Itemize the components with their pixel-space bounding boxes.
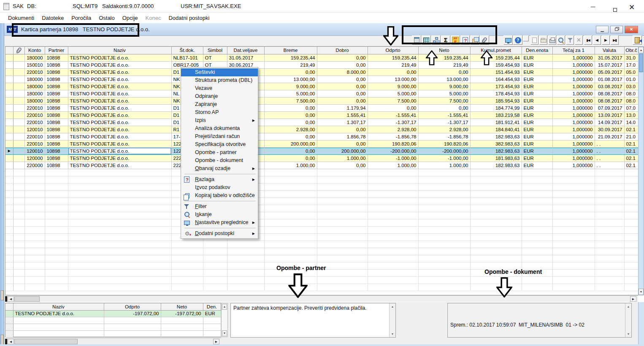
cell-obr[interactable]: 21.0 [624,133,638,140]
scroll-down-icon[interactable]: ▼ [390,331,395,337]
empty-cell[interactable] [552,284,595,291]
empty-cell[interactable] [522,284,552,291]
empty-cell[interactable] [171,255,203,262]
cell-odprto[interactable]: 0,00 [368,68,418,76]
cell-dat[interactable]: 31.05.2017 [227,54,264,61]
cell-breme[interactable]: 0,00 [264,119,317,126]
table-row[interactable]: 18000010898TESTNO PODJETJE d.o.o.NL5.000… [5,90,638,97]
help-button[interactable] [513,35,522,45]
structure-button[interactable] [431,35,441,45]
row-marker[interactable] [5,310,13,317]
empty-cell[interactable] [5,276,13,284]
empty-cell[interactable] [470,183,522,190]
empty-cell[interactable] [552,197,595,205]
empty-row[interactable] [5,205,638,212]
empty-cell[interactable] [522,233,552,241]
calculator-button[interactable] [422,35,431,45]
empty-cell[interactable] [45,212,68,219]
empty-cell[interactable] [45,276,68,284]
cell-_c[interactable] [13,119,24,126]
empty-cell[interactable] [171,241,203,248]
empty-cell[interactable] [171,276,203,284]
empty-cell[interactable] [595,262,624,269]
empty-cell[interactable] [264,212,317,219]
cell-valuta[interactable]: 13.09.2017 [595,111,624,119]
cell-dobro[interactable]: 8.000,00 [317,68,368,76]
cell-den[interactable]: EUR [522,133,552,140]
empty-cell[interactable] [264,255,317,262]
scroll-up-icon[interactable]: ▲ [222,304,227,310]
cell-partner[interactable]: 10898 [45,54,68,61]
empty-cell[interactable] [624,190,638,197]
cell-naziv[interactable]: TESTNO PODJETJE d.o.o. [68,83,171,90]
cell-obr[interactable]: 02.1 [624,154,638,162]
cell-den[interactable]: EUR [522,111,552,119]
new-document-button[interactable] [530,35,538,45]
context-menu-item-analiza-dokumenta[interactable]: Analiza dokumenta [181,124,258,132]
empty-cell[interactable] [203,276,227,284]
empty-cell[interactable] [5,269,13,276]
cell-kumul[interactable]: 181.912,41 [470,119,522,126]
summary-empty-row[interactable] [5,330,221,337]
column-header[interactable]: Obr.č [624,47,638,54]
cell-tecaj[interactable]: 1,000000 [552,140,595,147]
empty-cell[interactable] [522,183,552,190]
cell-odprto[interactable]: -1.555,41 [368,111,418,119]
print-button[interactable] [548,35,556,45]
row-marker[interactable] [5,83,13,90]
empty-cell[interactable] [45,284,68,291]
scroll-right-icon[interactable]: ▶ [630,296,636,302]
empty-cell[interactable] [264,226,317,233]
empty-cell[interactable] [595,197,624,205]
empty-cell[interactable] [24,176,45,183]
empty-cell[interactable] [552,276,595,284]
empty-cell[interactable] [418,183,470,190]
empty-cell[interactable] [203,255,227,262]
empty-cell[interactable] [624,219,638,226]
empty-cell[interactable] [68,169,171,176]
scroll-thumb[interactable] [639,54,643,72]
cell-kumul[interactable]: 159.454,93 [470,61,522,68]
empty-cell[interactable] [24,190,45,197]
cell-tecaj[interactable]: 1,000000 [552,104,595,111]
empty-cell[interactable] [24,284,45,291]
table-row[interactable]: 22001010898TESTNO PODJETJE d.o.o.D10,001… [5,104,638,111]
cell-naziv[interactable]: TESTNO PODJETJE d.o.o. [68,76,171,83]
scroll-up-icon[interactable]: ▲ [639,47,644,53]
cell-den[interactable]: EUR [522,104,552,111]
cell-partner[interactable]: 10898 [45,126,68,133]
empty-cell[interactable] [45,269,68,276]
row-marker[interactable] [5,111,13,119]
empty-cell[interactable] [5,176,13,183]
cell-odprto[interactable]: 1.000,00 [368,162,418,169]
empty-cell[interactable] [418,205,470,212]
cell-breme[interactable]: 0,00 [264,147,317,154]
cell-neto[interactable]: -200.000,00 [418,147,470,154]
cell-tecaj[interactable]: 1,000000 [552,54,595,61]
empty-cell[interactable] [104,324,161,330]
scroll-down-icon[interactable]: ▼ [639,289,644,295]
cell-odprto[interactable]: 7.500,00 [368,97,418,104]
empty-cell[interactable] [5,241,13,248]
scroll-up-icon[interactable]: ▲ [626,304,631,309]
empty-cell[interactable] [45,205,68,212]
empty-cell[interactable] [552,212,595,219]
cell-neto[interactable]: 1.000,00 [418,162,470,169]
empty-cell[interactable] [13,233,24,241]
empty-cell[interactable] [13,317,104,324]
cell-tecaj[interactable]: 1,000000 [552,147,595,154]
row-marker[interactable] [5,119,13,126]
empty-cell[interactable] [227,248,264,255]
menu-item-datoteke[interactable]: Datoteke [38,14,68,22]
cell-dobro[interactable]: 0,00 [317,61,368,68]
menu-item-konec[interactable]: Konec [142,14,165,22]
notes-scrollbar[interactable]: ▲ ▼ [389,303,395,337]
row-marker[interactable] [5,97,13,104]
empty-cell[interactable] [624,169,638,176]
cell-kumul[interactable]: 164.454,93 [470,76,522,83]
context-menu-item-nastavitve-preglednice[interactable]: Nastavitve preglednice▶ [181,219,258,227]
cell-konto[interactable]: 120000 [24,154,45,162]
empty-cell[interactable] [595,212,624,219]
empty-cell[interactable] [24,241,45,248]
context-menu-item-opombe-dokument[interactable]: Opombe - dokument [181,157,258,165]
